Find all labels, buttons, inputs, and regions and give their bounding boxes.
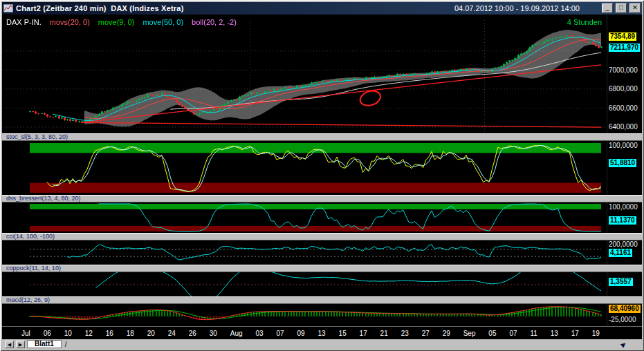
sheet-next-button[interactable]: ▶ — [16, 341, 25, 348]
date-range-label: 04.07.2012 10:00 - 19.09.2012 14:00 — [454, 4, 580, 12]
stoc-canvas[interactable] — [2, 141, 607, 195]
price-scale[interactable]: 7354,89 7211,970 7000,000 6800,000 6600,… — [607, 15, 642, 133]
stoc-top-value: 100,0000 — [609, 142, 638, 150]
x-axis-label: 15 — [339, 330, 347, 337]
cci-panel: 200,0000 4,1161 — [2, 240, 642, 265]
macd-panel-label: macd(12, 26, 9) — [6, 296, 50, 303]
splitter-dss[interactable]: dss_bressert(13, 4, 80, 20) — [2, 195, 642, 202]
x-axis-label: 30 — [210, 330, 217, 337]
dss-panel: 100,0000 11,1370 — [2, 202, 642, 233]
x-axis-label: 17 — [571, 330, 579, 337]
x-axis-corner — [607, 327, 642, 339]
x-axis-label: 23 — [401, 330, 409, 337]
x-axis-label: 13 — [551, 330, 558, 337]
x-axis-label: Jul — [21, 330, 30, 337]
cci-canvas[interactable] — [2, 240, 607, 265]
cci-current-value: 4,1161 — [609, 249, 632, 257]
coppock-scale[interactable]: 1,3557 — [607, 272, 642, 296]
splitter-stoc[interactable]: stoc_sl(5, 3, 3, 80, 20) — [2, 133, 642, 141]
main-chart-panel: DAX P-IN.movs(20, 0)move(9, 0)move(50, 0… — [2, 15, 642, 133]
stoc-scale[interactable]: 100,0000 51,8810 — [607, 141, 642, 195]
x-axis-label: 10 — [64, 330, 72, 337]
macd-canvas[interactable] — [2, 304, 607, 326]
macd-current-value: 68,40960 — [609, 305, 641, 313]
x-axis-label: 11 — [530, 330, 537, 337]
x-axis-label: 07 — [509, 330, 517, 337]
x-axis-label: 05 — [488, 330, 496, 337]
x-axis-label: 16 — [106, 330, 113, 337]
cci-top-value: 200,0000 — [609, 240, 638, 249]
x-axis-label: 26 — [189, 330, 196, 337]
cci-scale[interactable]: 200,0000 4,1161 — [607, 240, 642, 265]
splitter-coppock[interactable]: coppock(11, 14, 10) — [2, 265, 642, 272]
x-axis-label: 29 — [443, 330, 450, 337]
coppock-canvas[interactable] — [2, 272, 607, 296]
splitter-macd[interactable]: macd(12, 26, 9) — [2, 296, 642, 304]
chart-stack: DAX P-IN.movs(20, 0)move(9, 0)move(50, 0… — [2, 15, 642, 339]
app-window: Chart2 (Zeitbar 240 min) DAX (Indizes Xe… — [0, 0, 644, 351]
x-axis-label: 18 — [127, 330, 134, 337]
dss-current-value: 11,1370 — [609, 216, 636, 225]
stoc-panel-label: stoc_sl(5, 3, 3, 80, 20) — [6, 133, 68, 140]
macd-bottom-value: -25,0000 — [609, 316, 636, 324]
x-axis-label: 24 — [168, 330, 176, 337]
x-axis-label: 12 — [85, 330, 93, 337]
status-bar: ◀ ▶ Blatt1 / ▶ — [2, 339, 642, 349]
splitter-cci[interactable]: cci(14, 100, -100) — [2, 233, 642, 240]
x-axis-label: 06 — [44, 330, 51, 337]
sheet-tab-separator: / — [65, 341, 67, 348]
price-gridline-label: 7000,000 — [609, 66, 638, 75]
minimize-button[interactable]: _ — [602, 3, 613, 13]
indicator-price-box: 7211,970 — [609, 44, 640, 52]
app-icon — [3, 4, 13, 12]
stoc-current-value: 51,8810 — [609, 159, 636, 167]
x-axis-label: Aug — [230, 330, 243, 337]
coppock-panel: 1,3557 — [2, 272, 642, 296]
main-chart-canvas[interactable] — [2, 15, 607, 133]
dss-panel-label: dss_bressert(13, 4, 80, 20) — [6, 195, 81, 202]
dss-scale[interactable]: 100,0000 11,1370 — [607, 202, 642, 233]
x-axis: Jul061012161820242630Aug0307091315172123… — [2, 326, 642, 339]
dss-top-value: 100,0000 — [609, 203, 638, 211]
x-axis-labels: Jul061012161820242630Aug0307091315172123… — [2, 327, 607, 339]
cci-panel-label: cci(14, 100, -100) — [6, 233, 55, 240]
x-axis-label: 19 — [592, 330, 600, 337]
window-title: Chart2 (Zeitbar 240 min) DAX (Indizes Xe… — [16, 4, 184, 12]
coppock-current-value: 1,3557 — [609, 278, 633, 286]
restore-button[interactable]: □ — [616, 3, 627, 13]
stoc-panel: 100,0000 51,8810 — [2, 141, 642, 195]
x-axis-label: 09 — [297, 330, 305, 337]
price-gridline-label: 6400,000 — [609, 123, 638, 131]
title-bar: Chart2 (Zeitbar 240 min) DAX (Indizes Xe… — [2, 2, 642, 15]
x-axis-label: Sep — [463, 330, 476, 337]
price-gridline-label: 6800,000 — [609, 85, 638, 93]
coppock-panel-label: coppock(11, 14, 10) — [6, 265, 61, 272]
sheet-tab-blatt1[interactable]: Blatt1 — [27, 340, 62, 348]
pointer-tool-button[interactable]: ▶ — [617, 340, 629, 348]
macd-panel: 68,40960 -25,0000 — [2, 304, 642, 326]
close-button[interactable]: ✕ — [629, 3, 641, 13]
x-axis-label: 20 — [147, 330, 155, 337]
macd-scale[interactable]: 68,40960 -25,0000 — [607, 304, 642, 326]
x-axis-label: 13 — [318, 330, 326, 337]
sheet-prev-button[interactable]: ◀ — [5, 341, 14, 348]
x-axis-label: 03 — [256, 330, 264, 337]
x-axis-label: 17 — [360, 330, 367, 337]
dss-canvas[interactable] — [2, 202, 607, 233]
x-axis-label: 27 — [422, 330, 430, 337]
x-axis-label: 07 — [277, 330, 284, 337]
last-price-box: 7354,89 — [609, 32, 636, 41]
x-axis-label: 21 — [380, 330, 388, 337]
price-gridline-label: 6600,000 — [609, 104, 638, 113]
pointer-arrow-icon: ▶ — [619, 340, 627, 349]
